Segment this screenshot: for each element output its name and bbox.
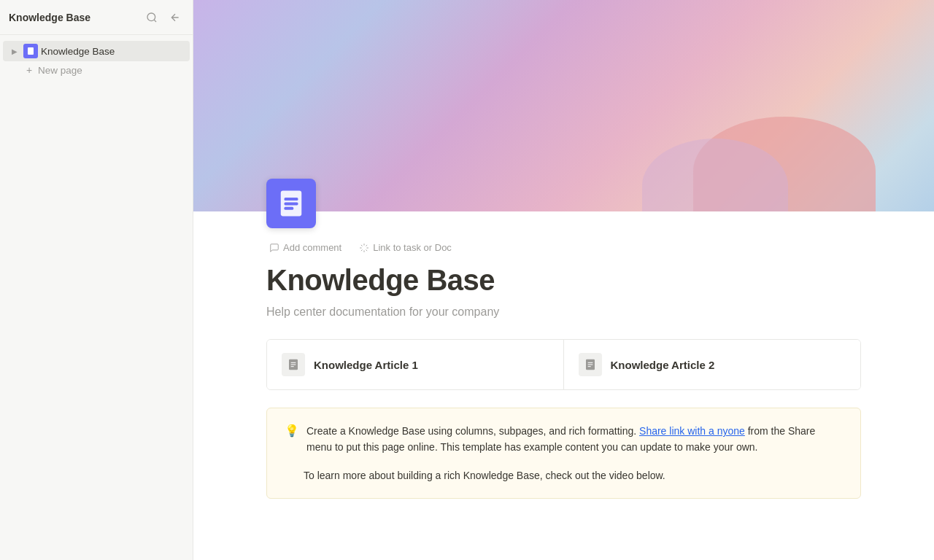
article-2-label: Knowledge Article 2 [611,359,715,371]
collapse-sidebar-button[interactable] [166,9,184,26]
share-link[interactable]: Share link with a nyone [639,425,745,437]
article-1-label: Knowledge Article 1 [314,359,418,371]
info-text-2: To learn more about building a rich Know… [285,467,843,483]
document-lines-icon [277,190,305,217]
info-text-before-link: Create a Knowledge Base using columns, s… [306,425,639,437]
add-comment-label: Add comment [283,242,341,253]
page-icon-container [193,179,934,228]
new-page-label: New page [38,65,82,76]
page-title: Knowledge Base [266,264,861,297]
svg-point-0 [147,13,155,21]
sidebar-header-icons [143,9,184,26]
link-icon [359,243,369,253]
sidebar-item-label: Knowledge Base [41,46,115,57]
article-2-icon [579,353,602,376]
info-box: 💡 Create a Knowledge Base using columns,… [266,408,861,499]
sidebar-title: Knowledge Base [9,12,90,23]
search-button[interactable] [143,9,161,26]
doc-icon-small [26,47,35,55]
article-card-2[interactable]: Knowledge Article 2 [564,340,861,389]
sidebar: Knowledge Base ▶ [0,0,193,560]
svg-line-1 [154,20,156,22]
articles-grid: Knowledge Article 1 Knowledge Article 2 [266,339,861,390]
chevron-right-icon: ▶ [9,47,20,55]
link-to-task-button[interactable]: Link to task or Doc [356,240,455,255]
page-main-icon [266,179,316,228]
svg-rect-7 [285,198,298,201]
article-doc-icon-1 [287,359,299,370]
link-to-task-label: Link to task or Doc [373,242,452,253]
info-text-1: Create a Knowledge Base using columns, s… [306,423,843,456]
article-doc-icon-2 [584,359,596,370]
search-icon [146,12,158,23]
article-1-icon [282,353,305,376]
plus-icon: + [23,64,35,76]
svg-rect-9 [285,207,294,210]
toolbar-row: Add comment Link to task or Doc [266,240,861,255]
article-card-1[interactable]: Knowledge Article 1 [267,340,564,389]
sidebar-nav: ▶ Knowledge Base + New page [0,35,193,560]
sidebar-item-knowledge-base[interactable]: ▶ Knowledge Base [3,41,190,61]
page-content: Add comment Link to task or Doc Knowledg… [193,228,934,528]
page-icon-small [23,44,38,58]
sidebar-header: Knowledge Base [0,0,193,35]
svg-rect-8 [285,202,298,205]
info-box-row1: 💡 Create a Knowledge Base using columns,… [285,423,843,456]
page-description: Help center documentation for your compa… [266,306,861,319]
main-content: Add comment Link to task or Doc Knowledg… [193,0,934,560]
new-page-item[interactable]: + New page [3,61,190,79]
add-comment-button[interactable]: Add comment [266,240,344,255]
lightbulb-icon: 💡 [285,424,299,438]
comment-icon [269,243,279,253]
collapse-icon [169,12,181,23]
